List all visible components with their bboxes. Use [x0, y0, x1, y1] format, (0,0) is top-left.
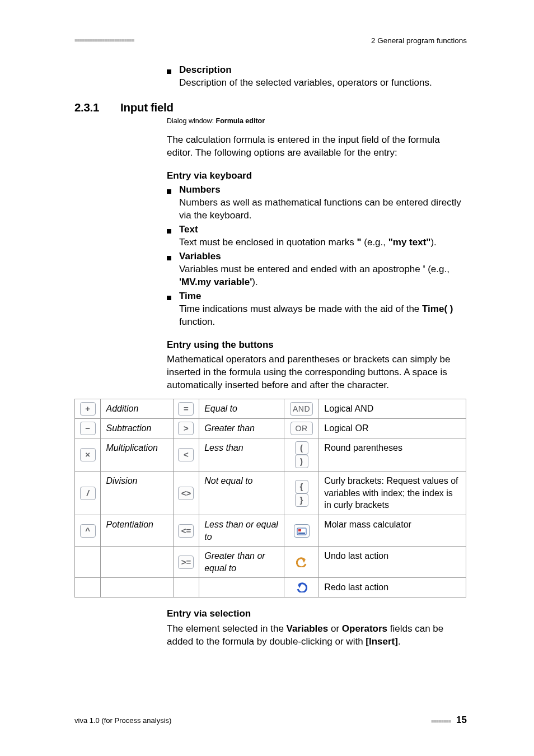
table-row: × Multiplication < Less than ( ) Round p… [75, 438, 466, 472]
gte-button[interactable]: >= [178, 556, 194, 569]
redo-icon[interactable] [294, 581, 310, 594]
open-paren-button[interactable]: ( [295, 441, 308, 455]
table-row: ^ Potentiation <= Less than or equal to … [75, 515, 466, 547]
or-button[interactable]: OR [291, 422, 313, 435]
lte-button[interactable]: <= [178, 524, 194, 538]
undo-icon[interactable] [294, 556, 310, 569]
bullet-icon [167, 229, 171, 234]
op-desc: Multiplication [101, 438, 173, 472]
bullet-icon [167, 69, 171, 74]
intro-paragraph: The calculation formula is entered in th… [167, 134, 467, 160]
selection-body: The element selected in the Variables or… [167, 623, 467, 648]
op-desc: Division [101, 472, 173, 515]
kb-heading: Entry via keyboard [167, 170, 467, 183]
bullet-icon [167, 189, 171, 194]
close-paren-button[interactable]: ) [295, 455, 308, 468]
page-number: 15 [456, 715, 467, 725]
op-desc: Round parentheses [319, 438, 466, 472]
text-label: Text [179, 223, 198, 236]
op-desc: Subtraction [101, 419, 173, 438]
multiply-button[interactable]: × [80, 448, 96, 461]
op-desc: Curly brackets: Request values of variab… [319, 472, 466, 515]
text-body: Text must be enclosed in quotation marks… [179, 236, 467, 249]
time-body: Time indications must always be made wit… [179, 303, 467, 329]
gt-button[interactable]: > [178, 422, 194, 435]
op-desc: Redo last action [319, 578, 466, 598]
dialog-prefix: Dialog window: [167, 117, 216, 125]
table-row: Redo last action [75, 578, 466, 598]
op-desc: Less than [199, 438, 284, 472]
dialog-name: Formula editor [216, 117, 265, 125]
section-title: Input field [120, 100, 174, 115]
op-desc: Undo last action [319, 547, 466, 578]
op-desc: Equal to [199, 399, 284, 419]
neq-button[interactable]: <> [178, 487, 194, 500]
footer-page-block: ■■■■■■■■ 15 [431, 714, 467, 727]
numbers-body: Numbers as well as mathematical function… [179, 197, 467, 222]
op-desc: Molar mass calculator [319, 515, 466, 547]
footer-product: viva 1.0 (for Process analysis) [74, 716, 171, 726]
lt-button[interactable]: < [178, 448, 194, 461]
header-chapter: 2 General program functions [371, 36, 467, 46]
plus-button[interactable]: + [80, 402, 96, 416]
and-button[interactable]: AND [290, 402, 313, 416]
bullet-icon [167, 256, 171, 260]
op-desc: Greater than or equal to [199, 547, 284, 578]
op-desc: Not equal to [199, 472, 284, 515]
close-brace-button[interactable]: } [295, 493, 308, 507]
operators-table: + Addition = Equal to AND Logical AND − … [74, 399, 466, 598]
table-row: − Subtraction > Greater than OR Logical … [75, 419, 466, 438]
svg-rect-2 [298, 533, 305, 534]
open-brace-button[interactable]: { [295, 480, 308, 493]
table-row: >= Greater than or equal to Undo last ac… [75, 547, 466, 578]
time-label: Time [179, 290, 201, 303]
selection-heading: Entry via selection [167, 608, 467, 620]
bullet-icon [167, 296, 171, 300]
vars-body: Variables must be entered and ended with… [179, 263, 467, 289]
buttons-para: Mathematical operators and parentheses o… [167, 353, 467, 392]
op-desc: Potentiation [101, 515, 173, 547]
op-desc: Logical AND [319, 399, 466, 419]
op-desc: Less than or equal to [199, 515, 284, 547]
divide-button[interactable]: / [80, 487, 96, 500]
section-number: 2.3.1 [74, 100, 99, 115]
footer-dots: ■■■■■■■■ [431, 718, 451, 724]
buttons-heading: Entry using the buttons [167, 339, 467, 352]
minus-button[interactable]: − [80, 422, 96, 435]
op-desc: Greater than [199, 419, 284, 438]
op-desc: Addition [101, 399, 173, 419]
desc-label: Description [179, 64, 232, 77]
table-row: / Division <> Not equal to { } Curly bra… [75, 472, 466, 515]
vars-label: Variables [179, 250, 221, 263]
desc-body: Description of the selected variables, o… [179, 77, 467, 90]
op-desc: Logical OR [319, 419, 466, 438]
numbers-label: Numbers [179, 184, 221, 197]
table-row: + Addition = Equal to AND Logical AND [75, 399, 466, 419]
svg-rect-1 [298, 529, 301, 531]
equal-button[interactable]: = [178, 402, 194, 416]
power-button[interactable]: ^ [80, 524, 96, 538]
header-dots: ■■■■■■■■■■■■■■■■■■■■■■■■ [74, 37, 134, 44]
molar-mass-icon[interactable] [294, 524, 310, 538]
